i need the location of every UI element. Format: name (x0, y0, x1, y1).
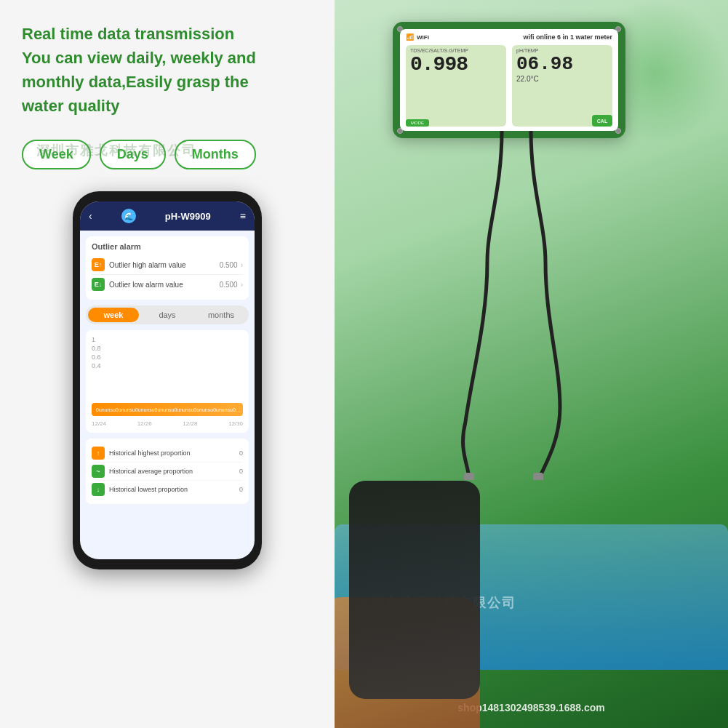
stat-low-value: 0 (239, 486, 243, 493)
stat-avg-value: 0 (239, 468, 243, 475)
chart-label-04: 0.4 (92, 362, 243, 369)
stat-avg-label: Historical average proportion (109, 468, 239, 475)
phone-wrapper: ‹ 🌊 pH-W9909 ≡ Outlier alarm E↑ Outlier … (22, 191, 313, 713)
alarm-low-value: 0.500 (220, 281, 238, 289)
chart-dates: 12/24 12/26 12/28 12/30 (92, 419, 243, 427)
temp-display: 22.0°C (516, 75, 608, 83)
device-displays: TDS/EC/SALT/S.G/TEMP 0.998 MODE pH/TEMP … (406, 45, 612, 127)
back-icon[interactable]: ‹ (89, 210, 92, 222)
alarm-title: Outlier alarm (92, 242, 243, 251)
chart-area: 1 0.8 0.6 0.4 0ununsu0ununsu0ununsu0unun… (86, 330, 249, 433)
device-top-bar: 📶 WIFI wifi online 6 in 1 water meter (406, 33, 612, 41)
hand-phone (349, 481, 480, 699)
alarm-high-label: Outlier high alarm value (109, 261, 220, 269)
tagline: Real time data transmission You can view… (22, 22, 313, 118)
menu-icon[interactable]: ≡ (240, 210, 246, 222)
date-1228: 12/28 (183, 420, 197, 427)
phone-body: Outlier alarm E↑ Outlier high alarm valu… (80, 231, 255, 559)
device-box-inner: 📶 WIFI wifi online 6 in 1 water meter TD… (400, 29, 618, 131)
right-panel: 📶 WIFI wifi online 6 in 1 water meter TD… (335, 0, 728, 728)
left-display-value: 0.998 (410, 53, 502, 76)
left-panel: Real time data transmission You can view… (0, 0, 335, 728)
stat-avg-icon: ~ (92, 465, 105, 478)
period-tab-months[interactable]: months (196, 308, 247, 322)
left-display-label: TDS/EC/SALT/S.G/TEMP (410, 48, 502, 53)
period-tab-days[interactable]: days (142, 308, 193, 322)
chart-label-1: 1 (92, 336, 243, 343)
wifi-symbol: 📶 (406, 33, 414, 41)
phone-mockup: ‹ 🌊 pH-W9909 ≡ Outlier alarm E↑ Outlier … (73, 191, 262, 569)
svg-rect-0 (464, 473, 474, 480)
period-tab-week[interactable]: week (88, 308, 139, 322)
watermark-left: 深圳市雅戈科技有限公司 (36, 142, 196, 159)
chart-label-06: 0.6 (92, 353, 243, 361)
date-1226: 12/26 (137, 420, 152, 427)
stat-low-icon: ↓ (92, 483, 105, 496)
stat-low-label: Historical lowest proportion (109, 486, 239, 493)
alarm-high-value: 0.500 (220, 261, 238, 269)
period-tabs: week days months (86, 305, 249, 324)
alarm-row-high: E↑ Outlier high alarm value 0.500 › (92, 255, 243, 275)
stats-section: ↑ Historical highest proportion 0 ~ Hist… (86, 439, 249, 504)
alarm-low-chevron[interactable]: › (241, 281, 243, 289)
alarm-high-chevron[interactable]: › (241, 261, 243, 269)
stat-row-avg: ~ Historical average proportion 0 (92, 463, 243, 481)
chart-bar-text: 0ununsu0ununsu0ununsu0ununsu0ununsu0unun… (92, 407, 243, 412)
wifi-label: WIFI (417, 34, 429, 41)
chart-label-08: 0.8 (92, 345, 243, 352)
alarm-row-low: E↓ Outlier low alarm value 0.500 › (92, 275, 243, 294)
phone-screen: ‹ 🌊 pH-W9909 ≡ Outlier alarm E↑ Outlier … (80, 201, 255, 559)
alarm-section: Outlier alarm E↑ Outlier high alarm valu… (86, 236, 249, 300)
stat-high-value: 0 (239, 449, 243, 457)
chart-bar: 0ununsu0ununsu0ununsu0ununsu0ununsu0unun… (92, 403, 243, 416)
alarm-low-icon: E↓ (92, 278, 105, 291)
main-container: Real time data transmission You can view… (0, 0, 728, 728)
phone-header: ‹ 🌊 pH-W9909 ≡ (80, 201, 255, 231)
stat-high-icon: ↑ (92, 447, 105, 460)
chart-y-labels: 1 0.8 0.6 0.4 (92, 336, 243, 369)
right-display-label: pH/TEMP (516, 48, 608, 53)
display-right: pH/TEMP 06.98 22.0°C CAL (512, 45, 612, 127)
stat-row-lowest: ↓ Historical lowest proportion 0 (92, 481, 243, 498)
cables-svg (407, 116, 625, 480)
alarm-high-icon: E↑ (92, 258, 105, 271)
stat-high-label: Historical highest proportion (109, 449, 239, 457)
display-left: TDS/EC/SALT/S.G/TEMP 0.998 MODE (406, 45, 506, 127)
phone-title: pH-W9909 (165, 211, 211, 222)
app-logo: 🌊 (121, 209, 136, 223)
chart-bar-area: 0ununsu0ununsu0ununsu0ununsu0ununsu0unun… (92, 372, 243, 416)
stat-row-highest: ↑ Historical highest proportion 0 (92, 444, 243, 463)
right-display-value: 06.98 (516, 53, 608, 75)
alarm-low-label: Outlier low alarm value (109, 281, 220, 289)
date-1230: 12/30 (228, 420, 243, 427)
svg-rect-2 (533, 473, 543, 480)
device-title: wifi online 6 in 1 water meter (523, 33, 612, 41)
date-1224: 12/24 (92, 420, 106, 427)
